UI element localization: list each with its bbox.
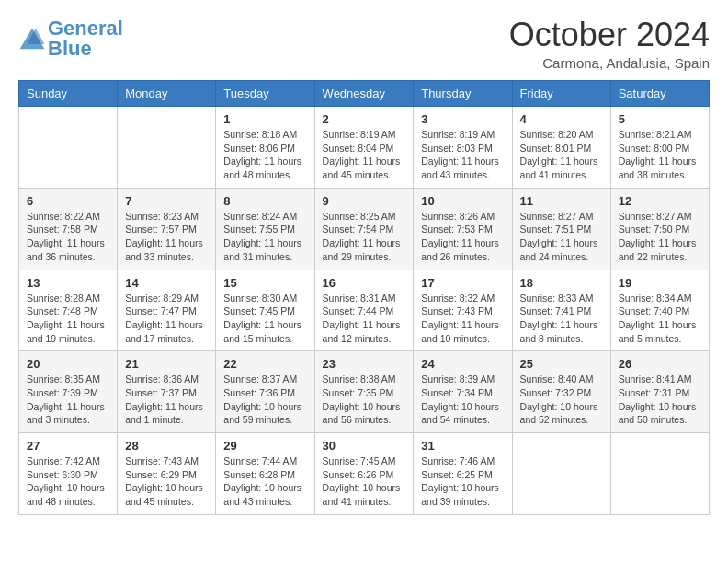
day-number: 8: [223, 194, 306, 208]
day-info: Sunrise: 8:31 AM Sunset: 7:44 PM Dayligh…: [323, 292, 406, 346]
day-number: 2: [323, 112, 406, 126]
day-info: Sunrise: 8:28 AM Sunset: 7:48 PM Dayligh…: [27, 292, 109, 346]
day-cell: 30Sunrise: 7:45 AM Sunset: 6:26 PM Dayli…: [314, 433, 414, 515]
month-title: October 2024: [509, 18, 710, 52]
day-info: Sunrise: 8:27 AM Sunset: 7:50 PM Dayligh…: [619, 210, 701, 264]
day-cell: 3Sunrise: 8:19 AM Sunset: 8:03 PM Daylig…: [414, 107, 512, 189]
calendar-table: SundayMondayTuesdayWednesdayThursdayFrid…: [18, 80, 710, 515]
day-cell: 31Sunrise: 7:46 AM Sunset: 6:25 PM Dayli…: [414, 433, 512, 515]
day-cell: 21Sunrise: 8:36 AM Sunset: 7:37 PM Dayli…: [118, 351, 216, 433]
day-cell: 16Sunrise: 8:31 AM Sunset: 7:44 PM Dayli…: [314, 270, 414, 351]
day-info: Sunrise: 8:34 AM Sunset: 7:40 PM Dayligh…: [619, 292, 701, 346]
day-info: Sunrise: 8:24 AM Sunset: 7:55 PM Dayligh…: [223, 210, 306, 264]
day-info: Sunrise: 8:33 AM Sunset: 7:41 PM Dayligh…: [520, 292, 603, 346]
day-cell: 9Sunrise: 8:25 AM Sunset: 7:54 PM Daylig…: [314, 188, 414, 270]
day-number: 23: [323, 357, 406, 371]
day-cell: 14Sunrise: 8:29 AM Sunset: 7:47 PM Dayli…: [118, 270, 216, 351]
title-area: October 2024 Carmona, Andalusia, Spain: [509, 18, 710, 71]
day-cell: 19Sunrise: 8:34 AM Sunset: 7:40 PM Dayli…: [610, 270, 709, 351]
day-cell: 28Sunrise: 7:43 AM Sunset: 6:29 PM Dayli…: [118, 433, 216, 515]
day-info: Sunrise: 8:26 AM Sunset: 7:53 PM Dayligh…: [421, 210, 504, 264]
day-number: 21: [125, 357, 208, 371]
day-info: Sunrise: 8:19 AM Sunset: 8:03 PM Dayligh…: [421, 128, 504, 182]
day-number: 17: [421, 276, 504, 290]
day-info: Sunrise: 8:37 AM Sunset: 7:36 PM Dayligh…: [223, 373, 306, 427]
day-cell: 26Sunrise: 8:41 AM Sunset: 7:31 PM Dayli…: [610, 351, 709, 433]
day-cell: [118, 107, 216, 189]
column-header-thursday: Thursday: [414, 81, 512, 107]
location-subtitle: Carmona, Andalusia, Spain: [509, 55, 710, 71]
day-cell: 8Sunrise: 8:24 AM Sunset: 7:55 PM Daylig…: [216, 188, 314, 270]
day-info: Sunrise: 8:20 AM Sunset: 8:01 PM Dayligh…: [520, 128, 603, 182]
day-info: Sunrise: 7:43 AM Sunset: 6:29 PM Dayligh…: [125, 454, 208, 509]
day-number: 22: [223, 357, 306, 371]
week-row-3: 13Sunrise: 8:28 AM Sunset: 7:48 PM Dayli…: [19, 270, 710, 351]
day-number: 14: [125, 276, 208, 290]
day-number: 20: [27, 357, 109, 371]
column-header-friday: Friday: [512, 81, 610, 107]
day-cell: 5Sunrise: 8:21 AM Sunset: 8:00 PM Daylig…: [610, 107, 709, 189]
day-cell: 10Sunrise: 8:26 AM Sunset: 7:53 PM Dayli…: [414, 188, 512, 270]
day-number: 15: [223, 276, 306, 290]
day-info: Sunrise: 8:18 AM Sunset: 8:06 PM Dayligh…: [223, 128, 306, 182]
day-number: 31: [421, 439, 504, 453]
week-row-4: 20Sunrise: 8:35 AM Sunset: 7:39 PM Dayli…: [19, 351, 710, 433]
day-number: 4: [520, 112, 603, 126]
day-number: 7: [125, 194, 208, 208]
day-info: Sunrise: 8:23 AM Sunset: 7:57 PM Dayligh…: [125, 210, 208, 264]
day-number: 29: [223, 439, 306, 453]
day-cell: 18Sunrise: 8:33 AM Sunset: 7:41 PM Dayli…: [512, 270, 610, 351]
day-number: 6: [27, 194, 109, 208]
column-header-wednesday: Wednesday: [314, 81, 414, 107]
day-number: 10: [421, 194, 504, 208]
column-header-monday: Monday: [118, 81, 216, 107]
day-info: Sunrise: 8:36 AM Sunset: 7:37 PM Dayligh…: [125, 373, 208, 427]
day-number: 1: [223, 112, 306, 126]
day-info: Sunrise: 8:38 AM Sunset: 7:35 PM Dayligh…: [323, 373, 406, 427]
day-cell: 6Sunrise: 8:22 AM Sunset: 7:58 PM Daylig…: [19, 188, 118, 270]
day-cell: 23Sunrise: 8:38 AM Sunset: 7:35 PM Dayli…: [314, 351, 414, 433]
column-header-tuesday: Tuesday: [216, 81, 314, 107]
day-info: Sunrise: 8:21 AM Sunset: 8:00 PM Dayligh…: [619, 128, 701, 182]
day-info: Sunrise: 7:44 AM Sunset: 6:28 PM Dayligh…: [223, 454, 306, 509]
day-cell: [610, 433, 709, 515]
day-cell: 27Sunrise: 7:42 AM Sunset: 6:30 PM Dayli…: [19, 433, 118, 515]
day-number: 13: [27, 276, 109, 290]
header-row: SundayMondayTuesdayWednesdayThursdayFrid…: [19, 81, 710, 107]
day-cell: [19, 107, 118, 189]
day-number: 9: [323, 194, 406, 208]
day-info: Sunrise: 7:45 AM Sunset: 6:26 PM Dayligh…: [323, 454, 406, 509]
day-cell: 29Sunrise: 7:44 AM Sunset: 6:28 PM Dayli…: [216, 433, 314, 515]
day-number: 25: [520, 357, 603, 371]
day-cell: 7Sunrise: 8:23 AM Sunset: 7:57 PM Daylig…: [118, 188, 216, 270]
day-number: 5: [619, 112, 701, 126]
day-cell: 11Sunrise: 8:27 AM Sunset: 7:51 PM Dayli…: [512, 188, 610, 270]
day-info: Sunrise: 8:27 AM Sunset: 7:51 PM Dayligh…: [520, 210, 603, 264]
day-info: Sunrise: 8:29 AM Sunset: 7:47 PM Dayligh…: [125, 292, 208, 346]
day-cell: 20Sunrise: 8:35 AM Sunset: 7:39 PM Dayli…: [19, 351, 118, 433]
logo-icon: [18, 25, 46, 52]
day-cell: 13Sunrise: 8:28 AM Sunset: 7:48 PM Dayli…: [19, 270, 118, 351]
day-cell: 15Sunrise: 8:30 AM Sunset: 7:45 PM Dayli…: [216, 270, 314, 351]
day-cell: 4Sunrise: 8:20 AM Sunset: 8:01 PM Daylig…: [512, 107, 610, 189]
day-cell: 17Sunrise: 8:32 AM Sunset: 7:43 PM Dayli…: [414, 270, 512, 351]
day-cell: 22Sunrise: 8:37 AM Sunset: 7:36 PM Dayli…: [216, 351, 314, 433]
page-header: General Blue October 2024 Carmona, Andal…: [18, 18, 710, 71]
column-header-sunday: Sunday: [19, 81, 118, 107]
day-info: Sunrise: 8:19 AM Sunset: 8:04 PM Dayligh…: [323, 128, 406, 182]
day-cell: 12Sunrise: 8:27 AM Sunset: 7:50 PM Dayli…: [610, 188, 709, 270]
day-number: 19: [619, 276, 701, 290]
day-number: 12: [619, 194, 701, 208]
day-number: 28: [125, 439, 208, 453]
day-info: Sunrise: 8:35 AM Sunset: 7:39 PM Dayligh…: [27, 373, 109, 427]
week-row-1: 1Sunrise: 8:18 AM Sunset: 8:06 PM Daylig…: [19, 107, 710, 189]
day-number: 30: [323, 439, 406, 453]
day-number: 27: [27, 439, 109, 453]
logo: General Blue: [18, 18, 123, 59]
day-cell: 1Sunrise: 8:18 AM Sunset: 8:06 PM Daylig…: [216, 107, 314, 189]
day-info: Sunrise: 8:30 AM Sunset: 7:45 PM Dayligh…: [223, 292, 306, 346]
day-info: Sunrise: 8:32 AM Sunset: 7:43 PM Dayligh…: [421, 292, 504, 346]
day-number: 24: [421, 357, 504, 371]
logo-blue: Blue: [48, 37, 92, 60]
day-cell: 2Sunrise: 8:19 AM Sunset: 8:04 PM Daylig…: [314, 107, 414, 189]
